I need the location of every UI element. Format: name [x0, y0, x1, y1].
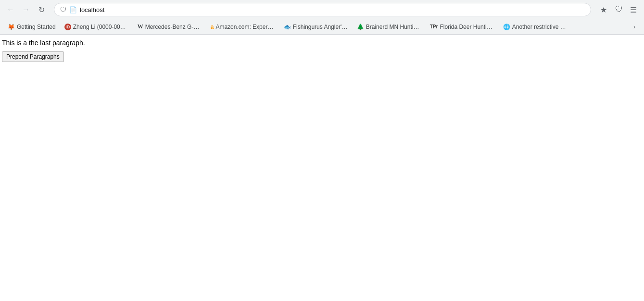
bookmark-brainerd[interactable]: 🌲 Brainerd MN Hunting ... [353, 22, 425, 32]
bookmark-zheng-li[interactable]: ID Zheng Li (0000-0002-3... [61, 22, 133, 32]
last-paragraph: This is a the last paragraph. [2, 39, 642, 47]
bookmark-label-florida-deer: Florida Deer Hunting S... [440, 24, 494, 30]
bookmark-label-zheng-li: Zheng Li (0000-0002-3... [73, 24, 129, 30]
bookmark-favicon-getting-started: 🦊 [8, 24, 15, 30]
bookmark-favicon-florida-deer: TPr [430, 24, 438, 29]
back-button[interactable]: ← [4, 3, 17, 16]
bookmark-another-restrictive[interactable]: 🌐 Another restrictive dee... [499, 22, 571, 32]
shield-icon: 🛡 [60, 6, 66, 13]
toolbar-right: 🛡 ☰ [612, 3, 640, 16]
firefox-account-button[interactable]: 🛡 [612, 3, 626, 16]
bookmark-favicon-amazon: a [211, 24, 214, 30]
bookmark-fishingurus[interactable]: 🐟 Fishingurus Angler's I... [280, 22, 352, 32]
bookmark-favicon-brainerd: 🌲 [357, 24, 364, 30]
page-content: This is a the last paragraph. Prepend Pa… [0, 35, 644, 66]
bookmark-label-amazon: Amazon.com: ExpertP... [215, 24, 275, 30]
bookmark-label-getting-started: Getting Started [17, 24, 56, 30]
bookmark-favicon-fishingurus: 🐟 [284, 24, 291, 30]
bookmarks-overflow-button[interactable]: › [629, 21, 640, 33]
page-icon: 📄 [69, 6, 77, 13]
bookmark-getting-started[interactable]: 🦊 Getting Started [4, 22, 60, 32]
forward-button[interactable]: → [19, 3, 33, 16]
top-bar: ← → ↻ 🛡 📄 ★ 🛡 ☰ [0, 0, 644, 19]
reload-button[interactable]: ↻ [35, 3, 48, 16]
menu-button[interactable]: ☰ [627, 3, 640, 16]
bookmark-label-mercedes: Mercedes-Benz G-Clas... [145, 24, 202, 30]
bookmark-favicon-mercedes: W [138, 23, 143, 30]
bookmark-amazon[interactable]: a Amazon.com: ExpertP... [207, 22, 279, 32]
bookmark-label-another-restrictive: Another restrictive dee... [512, 24, 568, 30]
browser-chrome: ← → ↻ 🛡 📄 ★ 🛡 ☰ 🦊 Getting Started ID Zhe… [0, 0, 644, 35]
bookmark-favicon-zheng-li: ID [64, 24, 71, 30]
bookmark-star-button[interactable]: ★ [597, 3, 610, 16]
bookmarks-bar: 🦊 Getting Started ID Zheng Li (0000-0002… [0, 19, 644, 35]
bookmark-label-fishingurus: Fishingurus Angler's I... [293, 24, 348, 30]
bookmark-label-brainerd: Brainerd MN Hunting ... [366, 24, 421, 30]
bookmark-favicon-another-restrictive: 🌐 [503, 24, 510, 30]
address-input[interactable] [80, 6, 585, 13]
address-bar-container: 🛡 📄 [54, 3, 591, 16]
bookmark-florida-deer[interactable]: TPr Florida Deer Hunting S... [426, 22, 498, 32]
prepend-paragraphs-button[interactable]: Prepend Paragraphs [2, 51, 64, 62]
bookmark-mercedes[interactable]: W Mercedes-Benz G-Clas... [134, 22, 206, 32]
